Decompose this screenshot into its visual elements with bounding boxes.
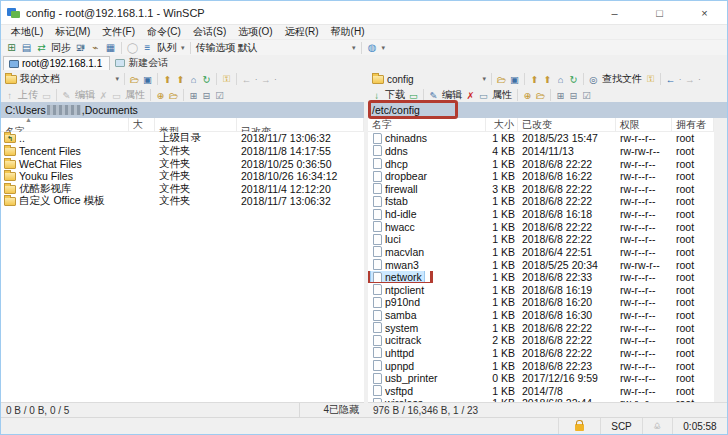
local-file-row[interactable]: Youku Files文件夹2018/10/26 16:34:12 xyxy=(1,170,364,183)
download-alt-icon[interactable]: ▭ xyxy=(407,89,420,102)
download-icon[interactable]: ↓ xyxy=(370,89,383,102)
menu-session[interactable]: 会话(S) xyxy=(187,25,232,39)
connect-icon[interactable]: ⌁ xyxy=(88,41,103,55)
remote-file-row[interactable]: firewall3 KB2018/6/8 22:22rw-r--r--root xyxy=(368,183,714,196)
remote-file-row[interactable]: vsftpd1 KB2014/7/8rw-r--r--root xyxy=(368,385,714,398)
remote-edit-icon[interactable]: ✎ xyxy=(427,89,440,102)
remote-drive-dropdown-icon[interactable]: ▾ xyxy=(480,75,488,83)
remote-file-row[interactable]: dropbear1 KB2018/6/8 16:22rw-r--r--root xyxy=(368,170,714,183)
remote-file-row[interactable]: uhttpd1 KB2018/6/8 22:22rw-r--r--root xyxy=(368,347,714,360)
remote-col-rights[interactable]: 权限 xyxy=(616,118,672,132)
transfer-mode-dropdown-icon[interactable]: ▾ xyxy=(380,44,388,52)
remote-collapse-icon[interactable]: ⊟ xyxy=(567,89,580,102)
parent-directory-icon[interactable]: ⬆ xyxy=(161,73,174,86)
remote-parent-directory-icon[interactable]: ⬆ xyxy=(528,73,541,86)
select-icon[interactable]: ☑ xyxy=(213,89,226,102)
remote-file-row[interactable]: samba1 KB2018/6/8 16:30rw-r--r--root xyxy=(368,309,714,322)
preview-icon[interactable]: ▦ xyxy=(103,41,118,55)
local-file-row[interactable]: ↰..上级目录2018/11/7 13:06:32 xyxy=(1,132,364,145)
remote-file-row[interactable]: ucitrack2 KB2018/6/8 22:22rw-r--r--root xyxy=(368,334,714,347)
remote-file-row[interactable]: usb_printer0 KB2017/12/16 9:59rw-r--r--r… xyxy=(368,372,714,385)
menu-options[interactable]: 选项(O) xyxy=(232,25,278,39)
local-path-bar[interactable]: C:\Users,Documents xyxy=(1,102,364,118)
remote-open-directory-icon[interactable]: 🗁 xyxy=(495,73,508,86)
remote-col-size[interactable]: 大小 xyxy=(486,118,518,132)
remote-file-row[interactable]: hd-idle1 KB2018/6/8 16:18rw-r--r--root xyxy=(368,208,714,221)
remote-expand-icon[interactable]: ⊞ xyxy=(554,89,567,102)
remote-refresh-icon[interactable]: ↻ xyxy=(567,73,580,86)
remote-file-row[interactable]: mwan31 KB2018/5/25 20:34rw-rw-r--root xyxy=(368,258,714,271)
find-files-icon[interactable]: ◎ xyxy=(587,73,600,86)
new-session-tab[interactable]: 新建会话 xyxy=(110,56,175,70)
remote-home-directory-icon[interactable]: ⌂ xyxy=(554,73,567,86)
local-drive-dropdown-icon[interactable]: ▾ xyxy=(113,75,121,83)
monitor-icon[interactable]: 🖳 xyxy=(73,41,88,55)
close-button[interactable]: × xyxy=(682,1,727,24)
session-tab-active[interactable]: root@192.168.1.1 xyxy=(3,56,110,70)
remote-root-directory-icon[interactable]: ⬆ xyxy=(541,73,554,86)
menu-mark[interactable]: 标记(M) xyxy=(49,25,96,39)
download-button[interactable]: 下载 xyxy=(383,88,407,102)
remote-file-row[interactable]: network1 KB2018/6/8 22:33rw-r--r--root xyxy=(368,271,714,284)
remote-drive-combo[interactable]: config ▾ xyxy=(370,72,488,87)
remote-col-changed[interactable]: 已改变 xyxy=(518,118,616,132)
local-file-row[interactable]: WeChat Files文件夹2018/10/25 0:36:50 xyxy=(1,157,364,170)
collapse-icon[interactable]: ⊟ xyxy=(200,89,213,102)
remote-bookmark-icon[interactable]: ▣ xyxy=(508,73,521,86)
minimize-button[interactable]: – xyxy=(592,1,637,24)
transfer-settings-dropdown-icon[interactable]: ▾ xyxy=(350,44,358,52)
remote-new-file-icon[interactable]: 🗁 xyxy=(534,89,547,102)
queue-button[interactable]: 队列 xyxy=(155,41,179,55)
new-file-icon[interactable]: 🗁 xyxy=(167,89,180,102)
synchronize-icon[interactable]: ⇄ xyxy=(34,41,49,55)
menu-commands[interactable]: 命令(C) xyxy=(141,25,187,39)
remote-edit-button[interactable]: 编辑 xyxy=(440,88,464,102)
remote-new-folder-icon[interactable]: ⊕ xyxy=(521,89,534,102)
panes-icon[interactable]: ▤ xyxy=(19,41,34,55)
synchronize-button[interactable]: 同步 xyxy=(49,41,73,55)
root-directory-icon[interactable]: ⬆ xyxy=(174,73,187,86)
remote-file-row[interactable]: dhcp1 KB2018/6/8 22:22rw-r--r--root xyxy=(368,157,714,170)
remote-file-row[interactable]: fstab1 KB2018/6/8 22:22rw-r--r--root xyxy=(368,195,714,208)
menu-remote[interactable]: 远程(R) xyxy=(279,25,325,39)
remote-properties-button[interactable]: 属性 xyxy=(490,88,514,102)
remote-file-row[interactable]: macvlan1 KB2018/6/4 22:51rw-r--r--root xyxy=(368,246,714,259)
local-drive-combo[interactable]: 我的文档 ▾ xyxy=(3,72,121,87)
remote-file-row[interactable]: ntpclient1 KB2018/6/8 16:19rw-r--r--root xyxy=(368,284,714,297)
local-file-row[interactable]: Tencent Files文件夹2018/11/8 14:17:55 xyxy=(1,145,364,158)
menu-files[interactable]: 文件(F) xyxy=(96,25,141,39)
layout-grid-icon[interactable]: ⊞ xyxy=(4,41,19,55)
local-file-row[interactable]: 优酷影视库文件夹2018/11/4 12:12:20 xyxy=(1,183,364,196)
remote-delete-icon[interactable]: ✗ xyxy=(464,89,477,102)
transfer-settings-combo[interactable]: 默认 ▾ xyxy=(238,41,358,55)
remote-col-name[interactable]: 名字 xyxy=(368,118,486,132)
find-files-button[interactable]: 查找文件 xyxy=(600,72,644,86)
remote-file-row[interactable]: ddns4 KB2014/11/13rw-rw-r--root xyxy=(368,145,714,158)
queue-dropdown-icon[interactable]: ▾ xyxy=(179,44,187,52)
menu-help[interactable]: 帮助(H) xyxy=(325,25,371,39)
transfer-mode-globe-icon[interactable]: ◍ xyxy=(365,41,380,55)
bookmark-icon[interactable]: ▣ xyxy=(141,73,154,86)
remote-file-row[interactable]: upnpd1 KB2018/6/8 22:23rw-r--r--root xyxy=(368,359,714,372)
open-directory-icon[interactable]: 🗁 xyxy=(128,73,141,86)
remote-file-row[interactable]: hwacc1 KB2018/6/8 22:22rw-r--r--root xyxy=(368,220,714,233)
remote-file-row[interactable]: chinadns1 KB2018/5/23 15:47rw-r--r--root xyxy=(368,132,714,145)
remote-col-owner[interactable]: 拥有者 xyxy=(672,118,714,132)
menu-local[interactable]: 本地(L) xyxy=(5,25,49,39)
refresh-icon[interactable]: ↻ xyxy=(200,73,213,86)
maximize-button[interactable]: □ xyxy=(637,1,682,24)
remote-select-icon[interactable]: ☑ xyxy=(580,89,593,102)
remote-path-bar[interactable]: /etc/config xyxy=(368,102,727,118)
remote-back-icon[interactable]: ← xyxy=(664,73,677,86)
expand-icon[interactable]: ⊞ xyxy=(187,89,200,102)
local-file-row[interactable]: 自定义 Office 模板文件夹2018/11/7 13:06:32 xyxy=(1,195,364,208)
remote-file-row[interactable]: luci1 KB2018/6/8 22:22rw-r--r--root xyxy=(368,233,714,246)
home-directory-icon[interactable]: ⌂ xyxy=(187,73,200,86)
remote-file-row[interactable]: p910nd1 KB2018/6/8 16:20rw-r--r--root xyxy=(368,296,714,309)
remote-file-row[interactable]: wireless1 KB2018/6/8 22:44rw-r--r--root xyxy=(368,397,714,402)
remote-tree-icon[interactable]: ⚿ xyxy=(644,73,657,86)
remote-file-row[interactable]: system1 KB2018/6/8 22:22rw-r--r--root xyxy=(368,321,714,334)
remote-rename-icon[interactable]: ▭ xyxy=(477,89,490,102)
new-folder-icon[interactable]: ⊕ xyxy=(154,89,167,102)
queue-icon[interactable]: ≡ xyxy=(140,41,155,55)
